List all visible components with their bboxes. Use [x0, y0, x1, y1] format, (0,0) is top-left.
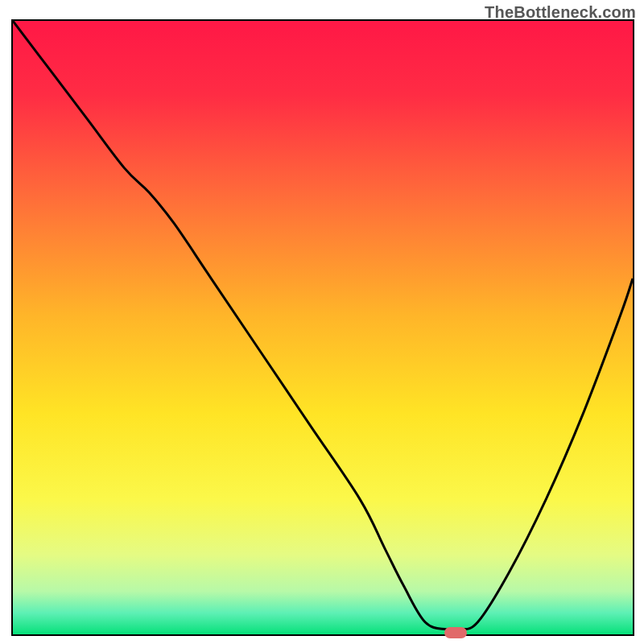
chart-stage: TheBottleneck.com [0, 0, 644, 644]
chart-svg [13, 21, 633, 634]
watermark-text: TheBottleneck.com [485, 3, 636, 22]
optimal-marker [444, 627, 467, 638]
plot-area [11, 19, 634, 636]
background-gradient-fill [13, 21, 633, 634]
